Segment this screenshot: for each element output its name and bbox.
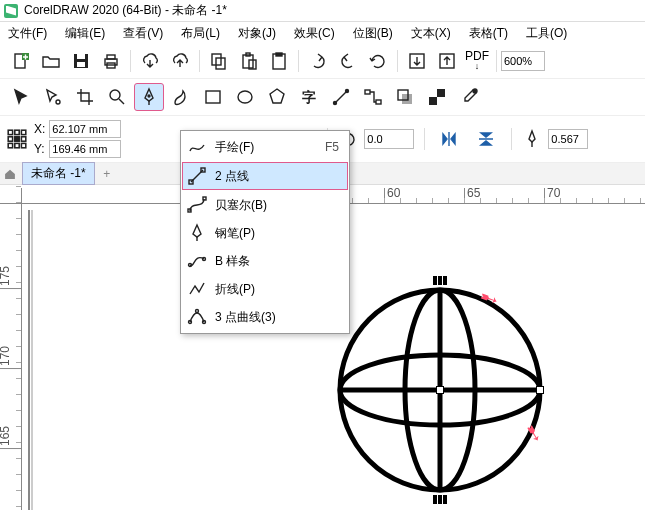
menu-edit[interactable]: 编辑(E) — [65, 25, 105, 42]
open-button[interactable] — [36, 48, 66, 74]
svg-rect-36 — [8, 137, 12, 141]
bspline-icon — [187, 251, 207, 271]
menu-text[interactable]: 文本(X) — [411, 25, 451, 42]
menu-layout[interactable]: 布局(L) — [181, 25, 220, 42]
coordinates: X: Y: — [34, 120, 121, 158]
svg-rect-14 — [276, 53, 282, 56]
export-button[interactable] — [432, 48, 462, 74]
undo-button[interactable] — [303, 48, 333, 74]
svg-rect-10 — [243, 55, 253, 68]
ruler-h-tick: 60 — [384, 188, 400, 204]
ruler-vertical[interactable]: 175 170 165 — [0, 204, 22, 510]
pdf-label: PDF — [465, 49, 489, 63]
repeat-button[interactable] — [363, 48, 393, 74]
ellipse-tool[interactable] — [230, 83, 260, 111]
menu-item-label: 2 点线 — [215, 168, 249, 185]
menu-item-3pointcurve[interactable]: 3 点曲线(3) — [181, 303, 349, 331]
outline-width-field[interactable] — [548, 129, 588, 149]
menu-bar: 文件(F) 编辑(E) 查看(V) 布局(L) 对象(J) 效果(C) 位图(B… — [0, 22, 645, 44]
x-label: X: — [34, 122, 45, 136]
print-button[interactable] — [96, 48, 126, 74]
new-button[interactable] — [6, 48, 36, 74]
globe-object[interactable]: ➸ ➸ — [330, 280, 550, 500]
cloud-down-button[interactable] — [135, 48, 165, 74]
svg-rect-6 — [107, 55, 115, 59]
crop-tool[interactable] — [70, 83, 100, 111]
menu-item-label: 钢笔(P) — [215, 225, 255, 242]
transparency-tool[interactable] — [422, 83, 452, 111]
selection-center[interactable] — [436, 386, 444, 394]
zoom-field[interactable] — [501, 51, 545, 71]
menu-view[interactable]: 查看(V) — [123, 25, 163, 42]
copy-button[interactable] — [204, 48, 234, 74]
document-tab[interactable]: 未命名 -1* — [22, 162, 95, 185]
menu-item-label: 手绘(F) — [215, 139, 254, 156]
connector-tool[interactable] — [358, 83, 388, 111]
menu-item-shortcut: F5 — [325, 140, 339, 154]
ruler-v-tick: 165 — [0, 426, 22, 449]
text-tool[interactable]: 字 — [294, 83, 324, 111]
page-boundary — [28, 210, 32, 510]
object-origin-icon[interactable] — [6, 128, 28, 150]
pen-tool-flyout: 手绘(F) F5 2 点线 贝塞尔(B) 钢笔(P) B 样条 折线(P) 3 … — [180, 130, 350, 334]
menu-item-label: 3 点曲线(3) — [215, 309, 276, 326]
menu-effect[interactable]: 效果(C) — [294, 25, 335, 42]
svg-point-23 — [334, 102, 337, 105]
svg-rect-25 — [365, 90, 370, 94]
menu-item-polyline[interactable]: 折线(P) — [181, 275, 349, 303]
artistic-media-tool[interactable] — [166, 83, 196, 111]
polygon-tool[interactable] — [262, 83, 292, 111]
save-button[interactable] — [66, 48, 96, 74]
zoom-tool[interactable] — [102, 83, 132, 111]
clipboard-button[interactable] — [264, 48, 294, 74]
pen-tool[interactable] — [134, 83, 164, 111]
menu-item-freehand[interactable]: 手绘(F) F5 — [181, 133, 349, 161]
ruler-v-tick: 175 — [0, 266, 22, 289]
pick-tool[interactable] — [6, 83, 36, 111]
add-tab-button[interactable]: + — [97, 167, 117, 181]
svg-point-24 — [346, 90, 349, 93]
rotation-field[interactable] — [364, 129, 414, 149]
svg-point-19 — [148, 95, 150, 97]
menu-item-pen[interactable]: 钢笔(P) — [181, 219, 349, 247]
redo-button[interactable] — [333, 48, 363, 74]
svg-rect-28 — [402, 94, 412, 104]
svg-rect-50 — [203, 197, 206, 200]
standard-toolbar: PDF↓ — [0, 44, 645, 79]
menu-item-2pointline[interactable]: 2 点线 — [182, 162, 348, 190]
menu-bitmap[interactable]: 位图(B) — [353, 25, 393, 42]
svg-text:字: 字 — [302, 89, 316, 105]
cloud-up-button[interactable] — [165, 48, 195, 74]
menu-item-bezier[interactable]: 贝塞尔(B) — [181, 191, 349, 219]
drop-shadow-tool[interactable] — [390, 83, 420, 111]
svg-rect-35 — [21, 130, 25, 134]
svg-rect-48 — [201, 168, 205, 172]
selection-handle-right[interactable] — [536, 386, 544, 394]
dimension-tool[interactable] — [326, 83, 356, 111]
shape-tool[interactable] — [38, 83, 68, 111]
outline-pen-icon — [522, 129, 542, 149]
mirror-v-button[interactable] — [471, 126, 501, 152]
svg-rect-4 — [77, 62, 85, 67]
selection-handle-top[interactable] — [433, 276, 447, 285]
rectangle-tool[interactable] — [198, 83, 228, 111]
menu-object[interactable]: 对象(J) — [238, 25, 276, 42]
y-field[interactable] — [49, 140, 121, 158]
publish-pdf-button[interactable]: PDF↓ — [462, 48, 492, 74]
menu-file[interactable]: 文件(F) — [8, 25, 47, 42]
welcome-tab[interactable] — [0, 164, 20, 184]
menu-table[interactable]: 表格(T) — [469, 25, 508, 42]
selection-handle-bottom[interactable] — [433, 495, 447, 504]
menu-item-label: 贝塞尔(B) — [215, 197, 267, 214]
paste-button[interactable] — [234, 48, 264, 74]
svg-rect-47 — [189, 180, 193, 184]
menu-item-bspline[interactable]: B 样条 — [181, 247, 349, 275]
menu-tools[interactable]: 工具(O) — [526, 25, 567, 42]
import-button[interactable] — [402, 48, 432, 74]
eyedropper-tool[interactable] — [454, 83, 484, 111]
ruler-v-tick: 170 — [0, 346, 22, 369]
mirror-h-button[interactable] — [435, 126, 465, 152]
svg-rect-40 — [15, 143, 19, 147]
bezier-icon — [187, 195, 207, 215]
x-field[interactable] — [49, 120, 121, 138]
